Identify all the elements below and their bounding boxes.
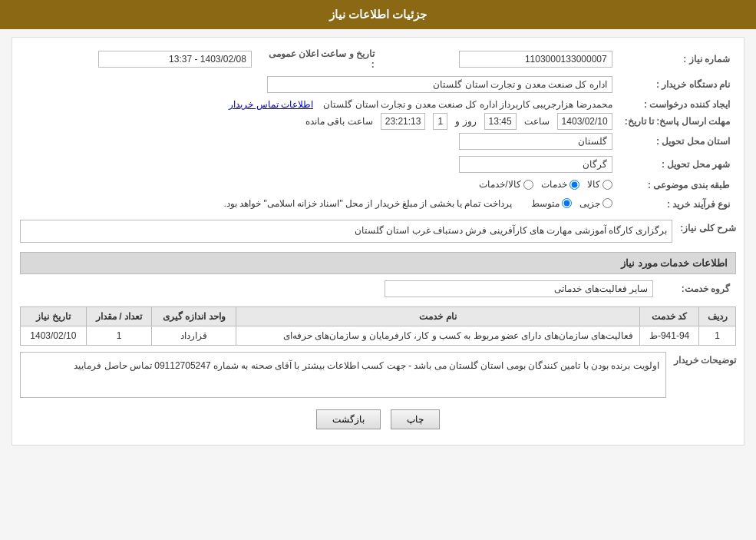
tasnif-kala[interactable]: کالا <box>587 179 612 190</box>
shomara-niaz-label: شماره نیاز : <box>619 45 736 73</box>
col-tarikh: تاریخ نیاز <box>21 307 87 326</box>
farayand-jozii-radio[interactable] <box>602 198 612 208</box>
buttons-row: چاپ بازگشت <box>20 409 736 429</box>
cell-tedad: 1 <box>86 326 152 346</box>
tasnif-label: طبقه بندی موضوعی : <box>619 176 736 195</box>
tvsif-label: توضیحات خریدار <box>674 352 736 366</box>
farayand-motavasset[interactable]: متوسط <box>531 198 572 209</box>
cell-vahed: قرارداد <box>152 326 236 346</box>
tarikh-label: تاریخ و ساعت اعلان عمومی : <box>258 45 381 73</box>
tasnif-khadamat-radio[interactable] <box>569 180 579 190</box>
table-row: 1 941-94-ط فعالیت‌های سازمان‌های دارای ع… <box>21 326 736 346</box>
farayand-desc: پرداخت تمام یا بخشی از مبلغ خریدار از مح… <box>223 198 511 209</box>
mohlat-date: 1403/02/10 <box>557 113 612 130</box>
ij-konanda-label: ایجاد کننده درخواست : <box>619 96 736 113</box>
shahr-value: گرگان <box>459 156 612 173</box>
mohlat-roz-label: روز و <box>455 116 476 127</box>
mohlat-label: مهلت ارسال پاسخ: تا تاریخ: <box>619 113 736 130</box>
grooh-value: سایر فعالیت‌های خدماتی <box>385 280 653 297</box>
col-radif: ردیف <box>699 307 736 326</box>
tvsif-value: اولویت برنده بودن با تامین کنندگان بومی … <box>20 352 666 398</box>
cell-nam: فعالیت‌های سازمان‌های دارای عضو مربوط به… <box>236 326 640 346</box>
mohlat-mande-label: ساعت باقی مانده <box>305 116 373 127</box>
tasnif-kala-khadamat-radio[interactable] <box>523 180 533 190</box>
col-kod: کد خدمت <box>640 307 699 326</box>
now-farayand-label: نوع فرآیند خرید : <box>619 195 736 214</box>
mohlat-mande-saat: 23:21:13 <box>381 113 426 130</box>
col-nam: نام خدمت <box>236 307 640 326</box>
tasnif-kala-radio[interactable] <box>602 180 612 190</box>
col-vahed: واحد اندازه گیری <box>152 307 236 326</box>
sharh-label: شرح کلی نیاز: <box>680 220 736 234</box>
services-table: ردیف کد خدمت نام خدمت واحد اندازه گیری ت… <box>20 306 736 346</box>
tasnif-kala-khadamat-label: کالا/خدمات <box>479 179 520 190</box>
ij-konanda-value: محمدرضا هزارجریبی کاربرداز اداره کل صنعت… <box>323 99 612 110</box>
farayand-jozii-label: جزیی <box>579 198 600 209</box>
tasnif-kala-label: کالا <box>587 179 600 190</box>
tarikh-value: 1403/02/08 - 13:37 <box>98 51 252 68</box>
shomara-niaz-value: 1103000133000007 <box>459 51 612 68</box>
nam-dastgah-value: اداره کل صنعت معدن و تجارت استان گلستان <box>267 76 612 93</box>
page-title: جزئیات اطلاعات نیاز <box>0 0 756 29</box>
farayand-jozii[interactable]: جزیی <box>579 198 612 209</box>
chap-button[interactable]: چاپ <box>391 409 440 429</box>
tasnif-khadamat[interactable]: خدمات <box>541 179 579 190</box>
khadamat-section-header: اطلاعات خدمات مورد نیاز <box>20 252 736 274</box>
farayand-motavasset-radio[interactable] <box>562 198 572 208</box>
cell-tarikh: 1403/02/10 <box>21 326 87 346</box>
bazgasht-button[interactable]: بازگشت <box>316 409 381 429</box>
cell-kod: 941-94-ط <box>640 326 699 346</box>
farayand-motavasset-label: متوسط <box>531 198 560 209</box>
mohlat-roz: 1 <box>433 113 447 130</box>
mohlat-saat: 13:45 <box>484 113 517 130</box>
col-tedad: تعداد / مقدار <box>86 307 152 326</box>
tasnif-khadamat-label: خدمات <box>541 179 567 190</box>
ij-konanda-link[interactable]: اطلاعات تماس خریدار <box>229 99 313 110</box>
nam-dastgah-label: نام دستگاه خریدار : <box>619 73 736 96</box>
mohlat-saat-label: ساعت <box>524 116 550 127</box>
cell-radif: 1 <box>699 326 736 346</box>
tasnif-kala-khadamat[interactable]: کالا/خدمات <box>479 179 533 190</box>
grooh-label: گروه خدمت: <box>659 277 736 300</box>
ostan-label: استان محل تحویل : <box>619 130 736 153</box>
sharh-value: برگزاری کارگاه آموزشی مهارت های کارآفرین… <box>20 220 672 243</box>
shahr-label: شهر محل تحویل : <box>619 153 736 176</box>
ostan-value: گلستان <box>459 133 612 150</box>
